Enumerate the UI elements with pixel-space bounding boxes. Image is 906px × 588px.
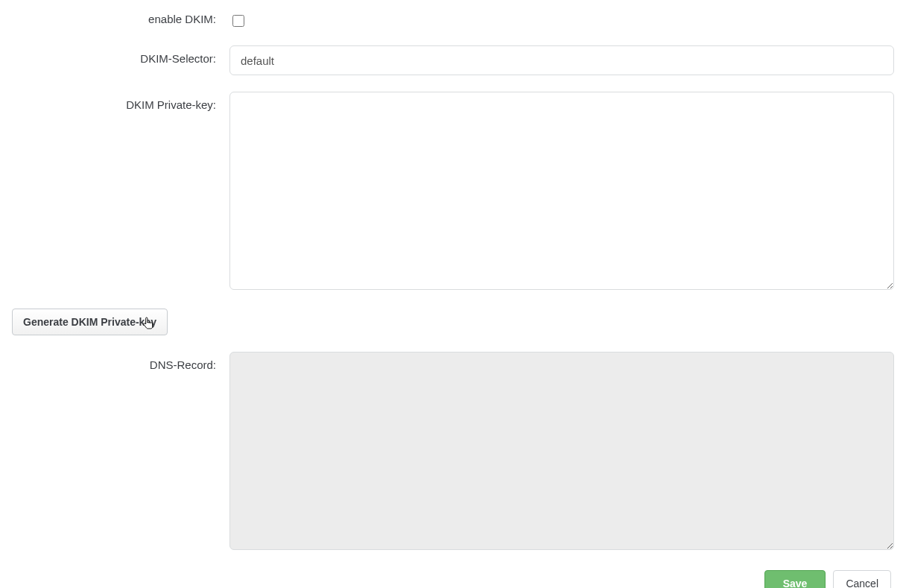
checkbox-enable-dkim[interactable] bbox=[232, 15, 244, 27]
footer-actions: Save Cancel bbox=[6, 558, 900, 588]
cancel-button[interactable]: Cancel bbox=[833, 570, 891, 588]
textarea-dkim-private-key[interactable] bbox=[229, 92, 894, 290]
save-button[interactable]: Save bbox=[764, 570, 826, 588]
row-dkim-selector: DKIM-Selector: bbox=[6, 45, 900, 75]
input-dkim-selector[interactable] bbox=[229, 45, 894, 75]
row-dkim-private-key: DKIM Private-key: bbox=[6, 92, 900, 292]
label-dns-record: DNS-Record: bbox=[6, 352, 229, 371]
textarea-dns-record[interactable] bbox=[229, 352, 894, 550]
row-generate: Generate DKIM Private-key bbox=[12, 309, 900, 335]
label-enable-dkim: enable DKIM: bbox=[6, 6, 229, 25]
dkim-settings-form: enable DKIM: DKIM-Selector: DKIM Private… bbox=[0, 0, 906, 588]
row-dns-record: DNS-Record: bbox=[6, 352, 900, 552]
row-enable-dkim: enable DKIM: bbox=[6, 6, 900, 29]
generate-dkim-private-key-button[interactable]: Generate DKIM Private-key bbox=[12, 309, 168, 335]
label-dkim-selector: DKIM-Selector: bbox=[6, 45, 229, 65]
label-dkim-private-key: DKIM Private-key: bbox=[6, 92, 229, 111]
